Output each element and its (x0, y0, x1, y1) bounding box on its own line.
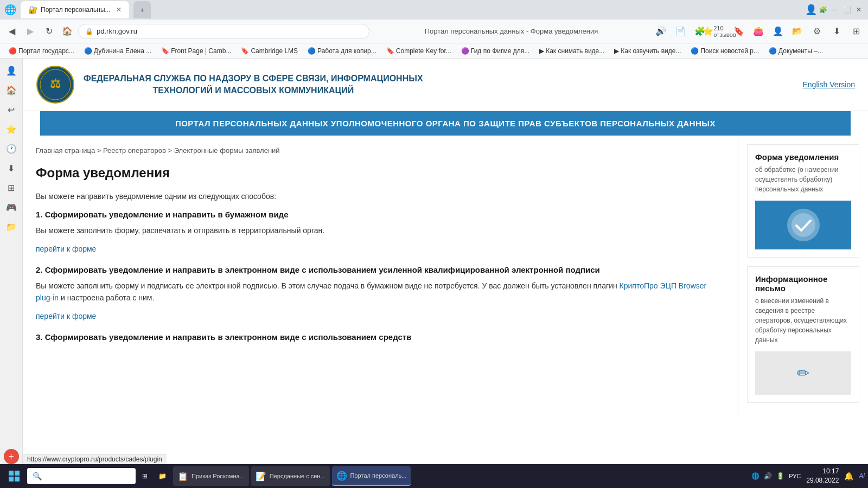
bookmark-favicon: 🔖 (161, 47, 169, 55)
language-indicator[interactable]: РУС (789, 473, 801, 479)
bookmark-label: Дубинина Елена ... (94, 47, 151, 55)
new-tab-button[interactable]: + (133, 1, 151, 18)
folder-icon: 📁 (158, 472, 167, 480)
reload-button[interactable]: ↻ (41, 24, 56, 39)
taskbar-app3[interactable]: 🌐 Портал персональ... (332, 466, 411, 486)
bookmark-item[interactable]: 🔖 Front Page | Camb... (157, 46, 235, 56)
sidebar-profile-icon[interactable]: 👤 (4, 63, 19, 78)
taskbar-clock[interactable]: 10:17 29.08.2022 (806, 467, 839, 485)
sidebar-apps-icon[interactable]: ⊞ (4, 180, 19, 195)
search-icon: 🔍 (33, 472, 42, 480)
ai-button[interactable]: Ai (859, 472, 865, 480)
sidebar-collections-icon[interactable]: 📁 (4, 219, 19, 234)
bookmark-item[interactable]: 🔖 Cambridge LMS (237, 46, 302, 56)
section2-form-link[interactable]: перейти к форме (36, 312, 96, 320)
bookmark-favicon: 🔖 (241, 47, 249, 55)
bookmark-label: Cambridge LMS (251, 47, 298, 55)
bookmark-favicon: 🔵 (691, 47, 699, 55)
bookmark-label: Портал государс... (18, 47, 74, 55)
sidebar-downloads-icon[interactable]: ⬇ (4, 160, 19, 176)
forward-button[interactable]: ▶ (23, 24, 38, 39)
task-view-button[interactable]: ⊞ (138, 466, 152, 486)
app1-label: Приказ Роскомна... (192, 473, 245, 479)
section2-heading: 2. Сформировать уведомление и направить … (36, 265, 725, 274)
address-bar[interactable]: 🔒 pd.rkn.gov.ru (78, 24, 369, 39)
sidebar-card2-desc: о внесении изменений в сведения в реестр… (755, 296, 851, 345)
battery-icon[interactable]: 🔋 (776, 472, 784, 480)
reviews-icon[interactable]: ⭐ 210 отзывов (712, 24, 727, 39)
bookmark-favicon: 🔴 (9, 47, 17, 55)
taskbar-app2[interactable]: 📝 Персданные с сен... (251, 466, 330, 486)
section2-text-after: и настроена работа с ним. (59, 293, 154, 302)
extensions-icon[interactable]: 🧩 (818, 5, 828, 15)
bookmark-item[interactable]: 🟣 Гид по Фигме для... (457, 46, 534, 56)
bookmark-favicon: 🔵 (769, 47, 777, 55)
minimize-button[interactable]: ─ (830, 5, 840, 15)
bookmark-item[interactable]: 🔴 Портал государс... (4, 46, 79, 56)
sound-icon[interactable]: 🔊 (764, 472, 772, 480)
collections-icon[interactable]: 📂 (790, 24, 805, 39)
active-tab[interactable]: 🔐 Портал персональны... ✕ (21, 1, 129, 18)
bookmark-item[interactable]: 🔖 Complete Key for... (382, 46, 456, 56)
taskbar-app1[interactable]: 📋 Приказ Роскомна... (173, 466, 249, 486)
bookmark-label: Complete Key for... (396, 47, 451, 55)
site-header: ⚖ ФЕДЕРАЛЬНАЯ СЛУЖБА ПО НАДЗОРУ В СФЕРЕ … (23, 59, 868, 111)
app1-icon: 📋 (177, 471, 188, 481)
edit-pencil-icon: ✏ (797, 364, 809, 382)
tab-favicon: 🔐 (28, 5, 37, 14)
start-button[interactable] (3, 466, 25, 486)
svg-point-3 (792, 213, 815, 237)
sidebar-home-icon[interactable]: 🏠 (4, 82, 19, 98)
sidebar-add-icon[interactable]: + (4, 449, 19, 464)
profile-icon[interactable]: 👤 (806, 5, 816, 15)
app3-label: Портал персональ... (350, 472, 407, 479)
home-button[interactable]: 🏠 (60, 24, 75, 39)
bookmark-item[interactable]: 🔵 Поиск новостей р... (686, 46, 763, 56)
bookmark-favicon: 🔵 (308, 47, 316, 55)
english-version-link[interactable]: English Version (802, 80, 855, 89)
tab-close-button[interactable]: ✕ (116, 6, 122, 14)
download-icon[interactable]: ⬇ (829, 24, 844, 39)
reader-mode-icon[interactable]: 📄 (673, 24, 688, 39)
split-view-icon[interactable]: ⊞ (848, 24, 864, 39)
restore-button[interactable]: ⬜ (842, 5, 852, 15)
back-button[interactable]: ◀ (4, 24, 20, 39)
sidebar-favorites-icon[interactable]: ⭐ (4, 121, 19, 137)
bookmark-icon[interactable]: 🔖 (731, 24, 746, 39)
bookmark-item[interactable]: ▶ Как озвучить виде... (610, 46, 685, 56)
audio-icon[interactable]: 🔊 (653, 24, 668, 39)
bookmark-label: Документы –... (778, 47, 823, 55)
notifications-button[interactable]: 🔔 (844, 472, 853, 480)
bookmark-item[interactable]: 🔵 Дубинина Елена ... (80, 46, 156, 56)
sidebar-card-info-letter: Информационное письмо о внесении изменен… (747, 266, 859, 403)
profile-badge-icon[interactable]: 👤 (770, 24, 786, 39)
clock-date: 29.08.2022 (806, 476, 839, 485)
page-title: Форма уведомления (36, 165, 725, 181)
status-bar: https://www.cryptopro.ru/products/cades/… (23, 454, 167, 464)
section1-form-link[interactable]: перейти к форме (36, 245, 96, 253)
site-title-line2: ТЕХНОЛОГИЙ И МАССОВЫХ КОММУНИКАЦИЙ (84, 85, 423, 97)
taskbar-search-bar[interactable]: 🔍 (27, 468, 136, 484)
site-title: ФЕДЕРАЛЬНАЯ СЛУЖБА ПО НАДЗОРУ В СФЕРЕ СВ… (84, 73, 423, 97)
windows-logo-icon (9, 471, 20, 481)
close-button[interactable]: ✕ (854, 5, 864, 15)
bookmark-item[interactable]: 🔵 Работа для копир... (303, 46, 381, 56)
file-explorer-button[interactable]: 📁 (154, 466, 171, 486)
network-icon[interactable]: 🌐 (751, 472, 760, 480)
wallet-icon[interactable]: 👛 (751, 24, 766, 39)
section2-text-before: Вы можете заполнить форму и подписать ее… (36, 281, 620, 290)
bookmarks-bar: 🔴 Портал государс... 🔵 Дубинина Елена ..… (0, 43, 868, 59)
sidebar-games-icon[interactable]: 🎮 (4, 200, 19, 215)
bookmark-item[interactable]: ▶ Как снимать виде... (535, 46, 609, 56)
taskbar-system-icons: 🌐 🔊 🔋 РУС (751, 472, 801, 480)
sidebar-card1-image[interactable] (755, 201, 851, 249)
settings-icon[interactable]: ⚙ (809, 24, 825, 39)
title-bar: 🌐 🔐 Портал персональны... ✕ + 👤 🧩 ─ ⬜ ✕ (0, 0, 868, 20)
check-circle-icon (787, 209, 820, 241)
bookmark-favicon: 🔖 (386, 47, 394, 55)
bookmark-label: Как снимать виде... (546, 47, 604, 55)
sidebar-history-icon[interactable]: 🕐 (4, 141, 19, 156)
bookmark-item[interactable]: 🔵 Документы –... (764, 46, 827, 56)
sidebar-card2-image[interactable]: ✏ (755, 351, 851, 395)
sidebar-back-icon[interactable]: ↩ (4, 102, 19, 117)
